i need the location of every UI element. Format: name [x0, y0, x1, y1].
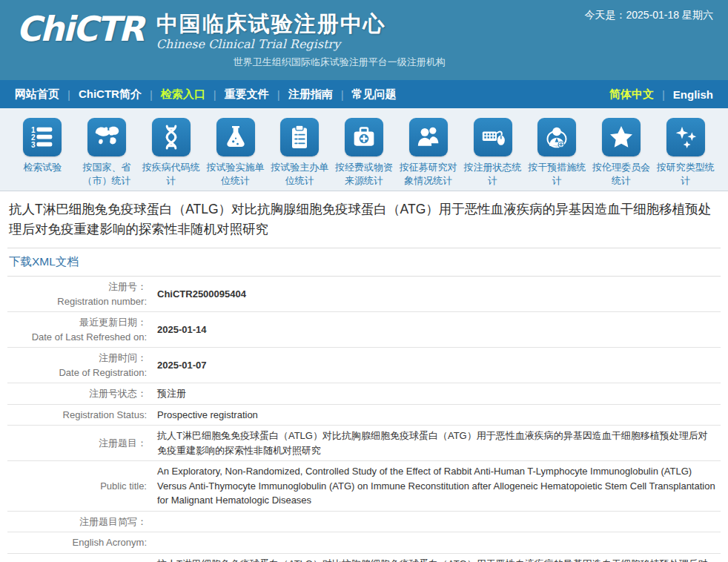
quicklink-label: 按疾病代码统计 — [139, 161, 203, 187]
table-row: 注册号：Registration number:ChiCTR2500095404 — [7, 277, 721, 312]
site-title-block: 中国临床试验注册中心 Chinese Clinical Trial Regist… — [156, 12, 446, 69]
site-header: ChiCTR 中国临床试验注册中心 Chinese Clinical Trial… — [0, 0, 728, 80]
language-switcher: 简体中文|English — [609, 87, 713, 102]
row-label: Date of Last Refreshed on: — [7, 330, 147, 345]
people-icon — [409, 118, 448, 156]
row-value: 预注册 — [157, 386, 721, 401]
nav-separator: | — [277, 88, 280, 101]
table-row: 注册号状态：预注册 — [7, 383, 721, 405]
row-label: English Acronym: — [7, 535, 147, 550]
nav-item-4[interactable]: 注册指南 — [288, 87, 333, 102]
quicklink-label: 检索试验 — [10, 161, 75, 174]
table-row: 注册题目：抗人T淋巴细胞兔免疫球蛋白（ATLG）对比抗胸腺细胞免疫球蛋白（ATG… — [7, 426, 721, 461]
quicklink-label: 按国家、省（市）统计 — [75, 161, 139, 187]
row-label: 注册时间： — [7, 351, 147, 366]
site-subtitle: 世界卫生组织国际临床试验注册平台一级注册机构 — [234, 56, 446, 69]
table-row: 注册时间：Date of Registration:2025-01-07 — [7, 348, 721, 383]
row-value — [157, 536, 721, 550]
quicklink-9[interactable]: 按伦理委员会统计 — [589, 118, 654, 191]
doctor-icon — [537, 118, 576, 156]
main-nav: 网站首页|ChiCTR简介|检索入口|重要文件|注册指南|常见问题 简体中文|E… — [0, 80, 728, 108]
row-label: Date of Registration: — [7, 366, 147, 380]
quicklink-label: 按注册状态统计 — [460, 161, 525, 187]
row-value: 2025-01-14 — [157, 323, 721, 337]
quicklink-5[interactable]: 按经费或物资来源统计 — [332, 118, 397, 191]
row-value: Prospective registration — [157, 408, 721, 423]
row-value: 抗人T淋巴细胞兔免疫球蛋白（ATLG）对比抗胸腺细胞免疫球蛋白（ATG）用于恶性… — [157, 557, 721, 562]
nav-item-1[interactable]: ChiCTR简介 — [79, 87, 142, 102]
clipboard-icon — [280, 118, 319, 156]
nav-separator: | — [150, 88, 153, 101]
lang-link-0[interactable]: 简体中文 — [609, 87, 654, 102]
row-value: An Exploratory, Non-Randomized, Controll… — [157, 464, 721, 508]
table-row: 最近更新日期：Date of Last Refreshed on:2025-01… — [7, 312, 721, 348]
list-numbered-icon: 123 — [23, 118, 62, 156]
nav-item-0[interactable]: 网站首页 — [15, 87, 59, 102]
quicklink-10[interactable]: 按研究类型统计 — [653, 118, 718, 191]
star-icon — [602, 118, 641, 156]
lang-link-1[interactable]: English — [673, 88, 713, 101]
trial-detail-table: 注册号：Registration number:ChiCTR2500095404… — [7, 277, 721, 562]
trial-title: 抗人T淋巴细胞兔免疫球蛋白（ATLG）对比抗胸腺细胞免疫球蛋白（ATG）用于恶性… — [7, 191, 721, 248]
quicklink-label: 按研究类型统计 — [653, 161, 718, 187]
quicklink-label: 按试验实施单位统计 — [203, 161, 268, 187]
download-xml-link[interactable]: 下载XML文档 — [9, 255, 79, 268]
quicklink-3[interactable]: 按试验实施单位统计 — [203, 118, 268, 191]
row-label: 注册题目简写： — [7, 515, 147, 529]
quicklink-label: 按经费或物资来源统计 — [332, 161, 397, 187]
quicklink-7[interactable]: 按注册状态统计 — [460, 118, 525, 191]
table-row: 研究课题的正式科学名称：抗人T淋巴细胞兔免疫球蛋白（ATLG）对比抗胸腺细胞免疫… — [7, 554, 721, 562]
row-value — [157, 515, 721, 529]
quicklink-6[interactable]: 按征募研究对象情况统计 — [396, 118, 460, 191]
chictr-logo[interactable]: ChiCTR — [16, 12, 143, 46]
xml-download-row: 下载XML文档 — [7, 248, 721, 277]
nav-separator: | — [341, 88, 344, 101]
nav-item-2[interactable]: 检索入口 — [161, 87, 205, 102]
row-label: 注册号： — [7, 280, 147, 294]
site-title-en: Chinese Clinical Trial Registry — [156, 37, 446, 51]
medical-bag-icon — [345, 118, 383, 156]
today-date: 今天是：2025-01-18 星期六 — [584, 9, 713, 22]
main-content: 抗人T淋巴细胞兔免疫球蛋白（ATLG）对比抗胸腺细胞免疫球蛋白（ATG）用于恶性… — [0, 191, 728, 562]
dna-icon — [152, 118, 191, 156]
nav-item-3[interactable]: 重要文件 — [225, 87, 269, 102]
table-row: Registration Status:Prospective registra… — [7, 405, 721, 426]
row-value: 抗人T淋巴细胞兔免疫球蛋白（ATLG）对比抗胸腺细胞免疫球蛋白（ATG）用于恶性… — [157, 429, 721, 457]
svg-text:3: 3 — [31, 141, 36, 149]
row-label: Registration Status: — [7, 408, 147, 423]
world-map-icon — [87, 118, 126, 156]
row-label: 注册号状态： — [7, 386, 147, 401]
table-row: 注册题目简写： — [7, 512, 721, 533]
quicklink-label: 按伦理委员会统计 — [589, 161, 654, 187]
quicklink-8[interactable]: 按干预措施统计 — [525, 118, 589, 191]
table-row: English Acronym: — [7, 532, 721, 554]
table-row: Public title:An Exploratory, Non-Randomi… — [7, 461, 721, 512]
flask-icon — [216, 118, 255, 156]
nav-separator: | — [662, 88, 665, 101]
row-label: 最近更新日期： — [7, 315, 147, 330]
row-label: Public title: — [7, 479, 147, 494]
quicklink-0[interactable]: 123检索试验 — [10, 118, 75, 191]
site-title-cn: 中国临床试验注册中心 — [156, 12, 446, 36]
quicklink-4[interactable]: 按试验主办单位统计 — [268, 118, 332, 191]
nav-item-5[interactable]: 常见问题 — [352, 87, 397, 102]
sparkles-icon — [666, 118, 705, 156]
quicklink-label: 按征募研究对象情况统计 — [396, 161, 460, 187]
row-value: 2025-01-07 — [157, 358, 721, 373]
nav-separator: | — [67, 88, 70, 101]
quicklink-2[interactable]: 按疾病代码统计 — [139, 118, 203, 191]
quicklinks-bar: 123检索试验按国家、省（市）统计按疾病代码统计按试验实施单位统计按试验主办单位… — [0, 108, 728, 191]
quicklink-label: 按试验主办单位统计 — [268, 161, 332, 187]
quicklink-label: 按干预措施统计 — [525, 161, 589, 187]
nav-separator: | — [214, 88, 216, 101]
quicklink-1[interactable]: 按国家、省（市）统计 — [75, 118, 139, 191]
row-value: ChiCTR2500095404 — [157, 287, 721, 302]
row-label: 注册题目： — [7, 436, 147, 451]
keyboard-mouse-icon — [474, 118, 512, 156]
row-label: Registration number: — [7, 294, 147, 309]
